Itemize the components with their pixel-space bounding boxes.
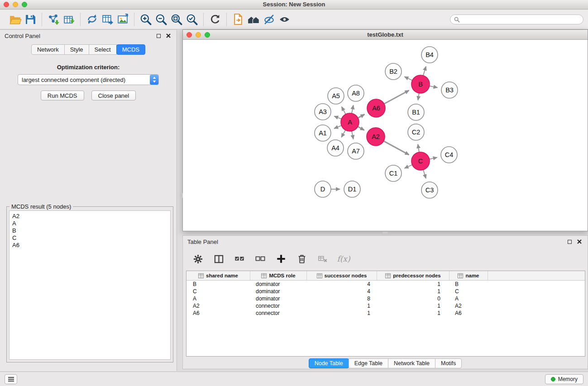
node-A5[interactable]: A5 (328, 88, 344, 104)
close-panel-button[interactable]: Close panel (91, 91, 136, 100)
export-image-icon[interactable] (115, 12, 130, 27)
splitter-handle[interactable] (180, 193, 183, 198)
zoom-fit-icon[interactable] (169, 12, 184, 27)
column-header-successor-nodes[interactable]: successor nodes (307, 271, 377, 280)
edge-A-A1[interactable] (334, 125, 341, 129)
node-C2[interactable]: C2 (408, 124, 424, 140)
home-layout-icon[interactable] (246, 12, 261, 27)
zoom-out-icon[interactable] (153, 12, 169, 27)
tab-motifs[interactable]: Motifs (435, 358, 462, 368)
node-A[interactable]: A (341, 113, 359, 131)
node-D[interactable]: D (315, 181, 331, 197)
tab-node-table[interactable]: Node Table (309, 358, 349, 368)
network-graph[interactable]: B4B2BB3A5A8A6B1A3AC2A1A2A4A7C4CC1C3DD1 (183, 40, 587, 230)
import-network-file-icon[interactable] (46, 12, 61, 27)
memory-button[interactable]: Memory (545, 374, 583, 384)
edge-A-A2[interactable] (358, 127, 364, 130)
select-all-icon[interactable] (234, 253, 245, 265)
float-table-panel-icon[interactable] (566, 238, 573, 245)
table-row[interactable]: Adominator80A (186, 295, 585, 302)
node-C4[interactable]: C4 (441, 147, 457, 163)
network-window[interactable]: testGlobe.txt B4B2BB3A5A8A6B1A3AC2A1A2A4… (182, 29, 588, 231)
node-B1[interactable]: B1 (408, 104, 424, 120)
import-table-file-icon[interactable] (61, 12, 76, 27)
edge-A-A7[interactable] (352, 131, 354, 139)
edge-C-C1[interactable] (405, 165, 412, 168)
show-panels-icon[interactable] (277, 12, 292, 27)
edge-C-C4[interactable] (430, 157, 437, 159)
close-table-panel-icon[interactable] (576, 238, 583, 245)
node-B[interactable]: B (411, 75, 430, 93)
column-header-MCDS-role[interactable]: MCDS role (250, 271, 307, 280)
node-A2[interactable]: A2 (367, 128, 385, 146)
node-C1[interactable]: C1 (385, 165, 402, 181)
node-B2[interactable]: B2 (385, 63, 402, 80)
clone-network-icon[interactable] (84, 12, 100, 27)
table-row[interactable]: Bdominator41B (186, 281, 585, 288)
float-panel-icon[interactable] (155, 32, 162, 39)
open-session-icon[interactable] (7, 12, 23, 27)
node-table[interactable]: shared nameMCDS rolesuccessor nodesprede… (186, 271, 585, 357)
tab-style[interactable]: Style (64, 44, 89, 55)
node-A1[interactable]: A1 (315, 125, 331, 141)
tab-mcds[interactable]: MCDS (116, 44, 145, 55)
close-panel-icon[interactable] (165, 32, 172, 39)
node-A8[interactable]: A8 (348, 85, 364, 101)
edge-A-A5[interactable] (342, 107, 346, 114)
delete-row-icon[interactable] (296, 253, 308, 265)
node-C[interactable]: C (411, 152, 430, 170)
edge-A6-B[interactable] (384, 91, 409, 104)
zoom-selected-icon[interactable] (184, 12, 200, 27)
tab-edge-table[interactable]: Edge Table (349, 358, 388, 368)
mcds-result-list[interactable]: A2ABCA6 (9, 210, 171, 360)
table-row[interactable]: Cdominator41C (186, 288, 585, 295)
node-A3[interactable]: A3 (315, 104, 331, 120)
edge-A2-C[interactable] (384, 141, 409, 155)
list-item[interactable]: A (10, 220, 170, 227)
network-canvas[interactable]: B4B2BB3A5A8A6B1A3AC2A1A2A4A7C4CC1C3DD1 (183, 40, 587, 230)
node-D1[interactable]: D1 (344, 181, 360, 197)
tab-network[interactable]: Network (31, 44, 65, 55)
edge-B-B1[interactable] (418, 93, 419, 100)
node-B3[interactable]: B3 (441, 82, 458, 98)
node-C3[interactable]: C3 (421, 182, 438, 198)
edge-C-C3[interactable] (423, 170, 426, 178)
export-table-icon[interactable] (100, 12, 115, 27)
edge-A-A8[interactable] (352, 105, 354, 113)
refresh-view-icon[interactable] (207, 12, 223, 27)
list-item[interactable]: C (10, 234, 170, 242)
edge-A-A3[interactable] (334, 116, 341, 119)
search-input[interactable] (462, 16, 579, 23)
list-item[interactable]: B (10, 227, 170, 234)
task-history-button[interactable] (5, 374, 17, 384)
column-header-predecessor-nodes[interactable]: predecessor nodes (377, 271, 449, 280)
edge-A-A6[interactable] (358, 114, 365, 118)
save-session-icon[interactable] (23, 12, 38, 27)
table-row[interactable]: A6connector11A6 (186, 310, 585, 317)
node-B4[interactable]: B4 (421, 47, 438, 63)
show-columns-icon[interactable] (213, 253, 225, 265)
clear-table-icon[interactable] (317, 253, 329, 265)
column-header-name[interactable]: name (449, 271, 488, 280)
search-field[interactable] (450, 14, 583, 24)
network-window-titlebar[interactable]: testGlobe.txt (183, 30, 588, 40)
function-builder-icon[interactable]: f(x) (338, 253, 349, 265)
run-mcds-button[interactable]: Run MCDS (41, 91, 84, 100)
list-item[interactable]: A6 (10, 242, 170, 249)
edge-B-B3[interactable] (430, 86, 438, 88)
list-item[interactable]: A2 (10, 213, 170, 220)
table-row[interactable]: A2connector11A2 (186, 302, 585, 310)
edge-C-C2[interactable] (418, 144, 419, 152)
edge-B-B4[interactable] (423, 67, 426, 76)
tab-network-table[interactable]: Network Table (388, 358, 435, 368)
node-A7[interactable]: A7 (348, 143, 364, 159)
hide-panels-icon[interactable] (261, 12, 277, 27)
optimization-criterion-select[interactable]: largest connected component (directed) (18, 74, 159, 85)
node-A6[interactable]: A6 (367, 99, 385, 117)
zoom-in-icon[interactable] (138, 12, 153, 27)
add-row-icon[interactable] (275, 253, 287, 265)
node-A4[interactable]: A4 (327, 140, 344, 156)
edge-A-A4[interactable] (341, 130, 345, 137)
unselect-all-icon[interactable] (254, 253, 266, 265)
settings-icon[interactable] (192, 253, 204, 265)
